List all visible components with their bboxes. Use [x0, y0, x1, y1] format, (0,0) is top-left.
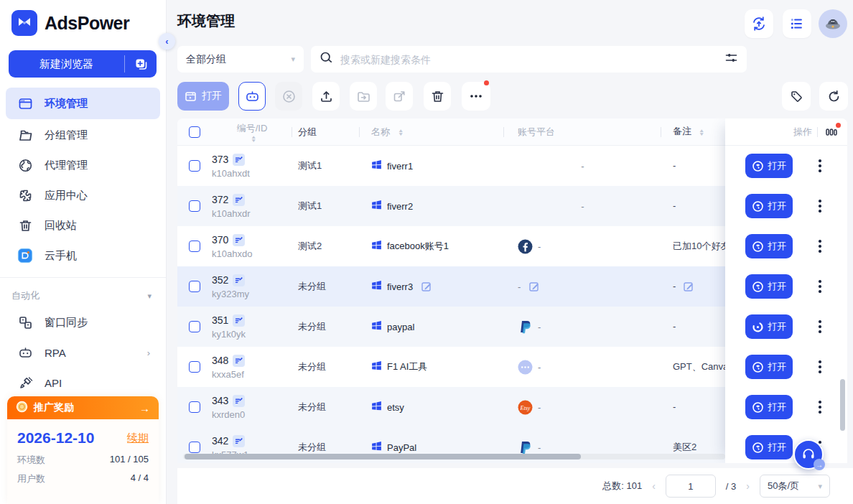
share-export-button[interactable] [386, 82, 413, 111]
sidebar-item-auto-2[interactable]: API [6, 368, 160, 397]
more-actions-button[interactable] [462, 82, 490, 111]
loading-spinner-icon [752, 321, 764, 333]
sidebar-item-3[interactable]: 应用中心 [6, 181, 160, 210]
sidebar-item-0[interactable]: 环境管理 [6, 88, 160, 119]
open-button-label: 打开 [768, 441, 786, 454]
sort-icon[interactable]: ▲▼ [699, 129, 704, 136]
sidebar-item-5[interactable]: 云手机 [6, 241, 160, 270]
open-environment-button[interactable]: 打开 [745, 274, 793, 299]
promo-title: 推广奖励 [34, 401, 74, 414]
note-badge-icon[interactable] [233, 395, 245, 407]
row-checkbox[interactable] [189, 442, 200, 453]
tag-button[interactable] [782, 82, 811, 111]
column-id[interactable]: 编号/ID [237, 122, 268, 135]
open-environment-button[interactable]: 打开 [745, 435, 793, 459]
sidebar-item-auto-0[interactable]: 窗口同步 [6, 308, 160, 337]
update-sync-button[interactable] [745, 9, 773, 38]
edit-icon[interactable] [528, 281, 540, 292]
sidebar-item-2[interactable]: 代理管理 [6, 151, 160, 179]
row-menu-button[interactable] [819, 240, 821, 253]
open-environment-button[interactable]: 打开 [745, 355, 793, 379]
env-count-row: 环境数 101 / 105 [17, 454, 149, 467]
env-id: ky1k0yk [212, 329, 246, 340]
row-menu-button[interactable] [819, 200, 821, 213]
sort-icon[interactable]: ▲▼ [398, 129, 403, 136]
open-selected-button[interactable]: 打开 [177, 82, 229, 111]
batch-create-plus-icon[interactable] [125, 57, 157, 71]
row-menu-button[interactable] [819, 360, 821, 373]
row-checkbox[interactable] [189, 321, 200, 332]
column-settings-icon[interactable] [824, 125, 839, 141]
next-page-button[interactable]: › [746, 480, 750, 492]
export-upload-button[interactable] [312, 82, 340, 111]
note-badge-icon[interactable] [233, 154, 245, 166]
platform-text: - [518, 281, 521, 292]
new-browser-button[interactable]: 新建浏览器 [9, 50, 157, 78]
rpa-batch-button[interactable] [238, 82, 266, 111]
search-bar[interactable] [311, 46, 747, 73]
row-checkbox[interactable] [189, 281, 200, 292]
refresh-button[interactable] [819, 82, 848, 111]
user-avatar[interactable] [819, 9, 847, 38]
search-input[interactable] [340, 54, 724, 65]
support-headset-button[interactable]: → [793, 439, 824, 470]
open-environment-button[interactable]: 打开 [745, 194, 793, 218]
sidebar-item-4[interactable]: 回收站 [6, 211, 160, 240]
task-list-button[interactable] [783, 9, 811, 38]
platform-text: - [538, 402, 541, 413]
note-badge-icon[interactable] [233, 194, 245, 206]
column-name[interactable]: 名称 [371, 126, 390, 139]
row-menu-button[interactable] [819, 159, 821, 172]
move-to-group-button[interactable] [350, 82, 377, 111]
note-badge-icon[interactable] [233, 314, 245, 327]
arrow-right-icon: → [814, 459, 825, 470]
row-checkbox[interactable] [189, 361, 200, 373]
select-all-checkbox[interactable] [189, 126, 200, 138]
row-menu-button[interactable] [819, 280, 821, 293]
column-platform: 账号平台 [518, 126, 555, 139]
sort-icon[interactable]: ▲▼ [251, 135, 256, 142]
horizontal-scrollbar-thumb[interactable] [185, 454, 581, 459]
row-id-cell: 370 k10ahxdo [212, 234, 292, 259]
row-name: F1 AI工具 [360, 360, 504, 373]
note-badge-icon[interactable] [233, 234, 245, 246]
column-remark[interactable]: 备注 [673, 125, 691, 139]
open-environment-button[interactable]: 打开 [745, 154, 793, 178]
sidebar-item-auto-1[interactable]: RPA › [6, 338, 160, 367]
open-environment-button[interactable]: 打开 [745, 314, 793, 339]
env-serial: 342 [212, 435, 228, 447]
user-count-value: 4 / 4 [131, 472, 149, 485]
filter-sliders-icon[interactable] [724, 51, 738, 67]
group-filter-dropdown[interactable]: 全部分组 ▾ [177, 46, 304, 73]
row-menu-button[interactable] [819, 320, 821, 333]
close-browsers-button[interactable] [275, 82, 302, 111]
prev-page-button[interactable]: ‹ [652, 480, 656, 492]
edit-icon[interactable] [683, 281, 694, 292]
note-badge-icon[interactable] [233, 274, 245, 286]
browser-logo-icon [752, 281, 764, 293]
row-checkbox[interactable] [189, 241, 200, 252]
row-checkbox[interactable] [189, 200, 200, 212]
env-name: fiverr3 [387, 281, 413, 292]
env-name: fiverr1 [387, 161, 413, 172]
open-environment-button[interactable]: 打开 [745, 395, 793, 419]
note-badge-icon[interactable] [233, 435, 245, 447]
sidebar-item-label: 分组管理 [45, 129, 88, 142]
automation-section[interactable]: 自动化 ▾ [0, 285, 166, 307]
promo-banner[interactable]: 推广奖励 → [7, 396, 159, 419]
row-menu-button[interactable] [819, 401, 821, 414]
row-checkbox[interactable] [189, 401, 200, 413]
delete-button[interactable] [424, 82, 451, 111]
open-environment-button[interactable]: 打开 [745, 234, 793, 258]
sidebar-item-1[interactable]: 分组管理 [6, 121, 160, 149]
note-badge-icon[interactable] [233, 355, 245, 367]
edit-icon[interactable] [421, 281, 432, 292]
page-size-dropdown[interactable]: 50条/页 ▾ [760, 475, 830, 498]
row-checkbox[interactable] [189, 160, 200, 172]
puzzle-icon [17, 187, 33, 203]
vertical-scrollbar-thumb[interactable] [840, 379, 845, 431]
renew-link[interactable]: 续期 [127, 431, 149, 445]
page-input[interactable] [666, 475, 716, 498]
sidebar-collapse-button[interactable]: ‹ [159, 33, 175, 50]
horizontal-scrollbar[interactable] [183, 454, 725, 459]
